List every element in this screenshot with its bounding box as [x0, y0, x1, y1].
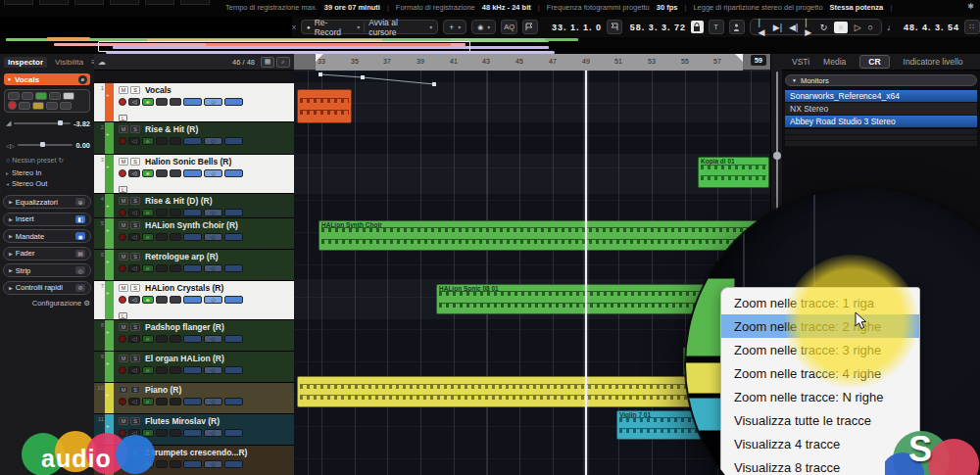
input-selector[interactable]	[183, 233, 202, 241]
channel-selector[interactable]: ◇	[204, 335, 222, 343]
freeze-icon[interactable]	[156, 398, 168, 405]
solo-button[interactable]: S	[130, 323, 140, 331]
freeze-icon[interactable]	[156, 296, 168, 304]
record-enable-button[interactable]	[8, 101, 17, 110]
lane-icon[interactable]	[170, 296, 181, 304]
track-name[interactable]: Rise & Hit (D) (R)	[145, 196, 212, 206]
lane-icon[interactable]	[170, 264, 181, 272]
monitor-item[interactable]: Sonarworks_Reference4_x64	[785, 90, 977, 103]
timeline-ruler[interactable]: 33353739414345474951535557 59	[294, 54, 770, 71]
channel-selector[interactable]: ◇	[204, 398, 222, 405]
automation-button[interactable]	[46, 102, 58, 110]
edit-channel-icon[interactable]: e	[78, 75, 87, 84]
mute-button[interactable]: M	[119, 386, 128, 394]
record-enable-icon[interactable]	[119, 398, 126, 405]
metronome-icon[interactable]: ♩	[887, 23, 896, 32]
output-selector[interactable]	[224, 335, 243, 343]
track-name[interactable]: Retrologue arp (R)	[145, 252, 219, 261]
inspector-track-title[interactable]: ▼ Vocals e	[4, 73, 90, 85]
monitor-icon[interactable]: ◁	[128, 264, 140, 272]
mute-button[interactable]: M	[119, 284, 128, 292]
record-enable-icon[interactable]	[119, 296, 126, 304]
monitor-icon[interactable]: ◁	[128, 335, 140, 343]
input-selector[interactable]	[183, 264, 202, 272]
inspector-section[interactable]: ▶ Equalizzatori ⊕	[3, 195, 91, 209]
input-selector[interactable]	[183, 460, 202, 468]
zoom-menu-item[interactable]: Zoom nelle tracce: N righe	[721, 385, 919, 408]
cycle-button[interactable]: ↻	[820, 23, 828, 32]
solo-button[interactable]: S	[130, 125, 140, 133]
right-zone-tab[interactable]: VSTi	[792, 57, 809, 67]
track-row[interactable]: 6 + M S Retrologue arp (R) ◁ e	[94, 250, 294, 281]
record-button[interactable]: ○	[868, 23, 873, 32]
output-selector[interactable]	[224, 366, 243, 374]
edit-button[interactable]	[49, 92, 61, 100]
solo-button[interactable]: S	[130, 253, 140, 261]
lane-toggle[interactable]: L	[119, 186, 127, 193]
solo-button[interactable]: S	[130, 386, 140, 394]
track-name[interactable]: Rise & Hit (R)	[145, 124, 198, 134]
freeze-icon[interactable]	[156, 137, 168, 145]
mute-button[interactable]: M	[119, 253, 128, 261]
record-enable-icon[interactable]	[119, 137, 126, 145]
close-icon[interactable]: x	[292, 23, 296, 31]
track-name[interactable]: HALion Synth Choir (R)	[145, 220, 238, 230]
monitor-item[interactable]: NX Stereo	[785, 103, 977, 116]
freeze-icon[interactable]	[156, 366, 168, 374]
monitor-icon[interactable]: ◁	[128, 296, 140, 304]
channel-selector[interactable]: ◇	[204, 296, 222, 304]
track-name[interactable]: Halion Sonic Bells (R)	[145, 157, 231, 166]
output-selector[interactable]	[224, 169, 243, 177]
track-row[interactable]: 5 + M S HALion Synth Choir (R) ◁ e	[94, 218, 294, 250]
punch-icon-button[interactable]	[729, 20, 745, 34]
top-toolbar-buttons[interactable]	[4, 0, 210, 5]
input-selector[interactable]	[183, 98, 202, 106]
monitor-button[interactable]	[35, 92, 47, 100]
chevron-down-icon[interactable]: ▾	[357, 24, 360, 30]
listen-button[interactable]	[19, 102, 30, 110]
track-row[interactable]: 4 + M S Rise & Hit (D) (R) ◁ e	[94, 194, 294, 218]
lane-icon[interactable]	[170, 169, 181, 177]
input-selector[interactable]	[183, 296, 202, 304]
input-routing[interactable]: ▸ Stereo In	[6, 168, 41, 177]
output-selector[interactable]	[224, 264, 243, 272]
monitor-icon[interactable]: ◁	[128, 233, 140, 241]
tab-visibility[interactable]: Visibilità	[55, 58, 83, 67]
input-selector[interactable]	[183, 366, 202, 374]
audio-clip[interactable]	[297, 376, 713, 407]
pan-slider[interactable]	[18, 144, 73, 146]
output-selector[interactable]	[224, 398, 243, 405]
stop-button[interactable]: ■	[834, 22, 847, 33]
input-selector[interactable]	[183, 209, 202, 216]
edit-channel-icon[interactable]: e	[142, 264, 154, 272]
output-selector[interactable]	[224, 429, 243, 437]
input-selector[interactable]	[183, 169, 202, 177]
bypass-button[interactable]	[32, 102, 44, 110]
channel-selector[interactable]: ◇	[204, 169, 222, 177]
track-row[interactable]: 8 + M S Padshop flanger (R) ◁ e	[94, 320, 294, 352]
lane-icon[interactable]	[170, 209, 181, 216]
track-name[interactable]: HALion Crystals (R)	[145, 283, 223, 293]
lock-icon[interactable]	[691, 21, 704, 33]
inspector-section[interactable]: ▶ Insert ◧	[3, 213, 91, 226]
output-selector[interactable]	[224, 460, 243, 468]
record-start-mode-select[interactable]: Avvia al cursore	[368, 18, 425, 37]
edit-channel-icon[interactable]: e	[142, 296, 154, 304]
chevron-down-icon[interactable]: ▾	[429, 24, 432, 30]
inspector-section[interactable]: ▶ Mandate ◉	[3, 229, 91, 243]
audio-clip[interactable]	[297, 89, 352, 123]
lane-toggle[interactable]: L	[119, 312, 127, 319]
channel-selector[interactable]: ◇	[204, 98, 222, 106]
search-icon[interactable]: ⌕	[276, 57, 290, 68]
inspector-section[interactable]: ▶ Fader ▤	[3, 247, 91, 261]
solo-button[interactable]: S	[130, 355, 140, 362]
right-locator-display[interactable]: 58. 3. 3. 72	[627, 23, 686, 32]
freeze-icon[interactable]	[156, 233, 168, 241]
track-row[interactable]: 10 + M S Piano (R) ◁ e ◇	[94, 383, 294, 414]
mute-button[interactable]: M	[119, 125, 128, 133]
volume-slider[interactable]	[14, 122, 71, 124]
audio-clip[interactable]: Kopia di 01	[698, 157, 769, 188]
edit-channel-icon[interactable]: e	[142, 366, 154, 374]
monitor-icon[interactable]: ◁	[128, 98, 140, 106]
monitors-section-header[interactable]: ▼ Monitors	[785, 74, 977, 86]
